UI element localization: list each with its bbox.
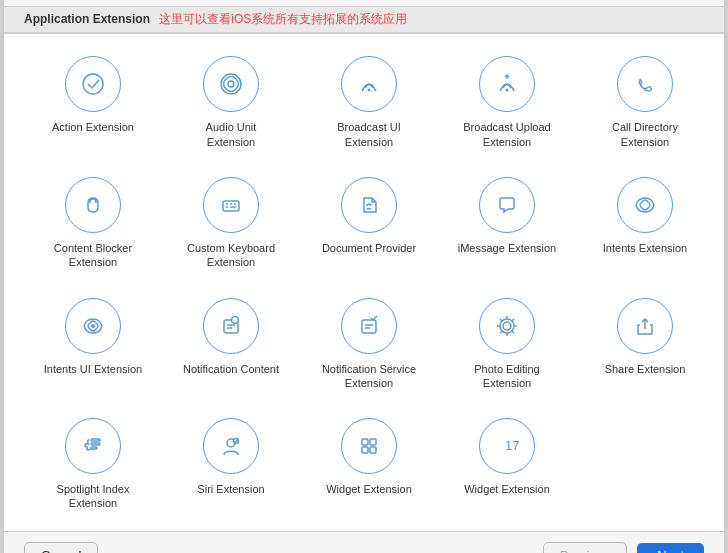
grid-item-widget-ext[interactable]: Widget Extension [300,406,438,521]
label-notif-service-ext: Notification Service Extension [319,362,419,391]
svg-line-27 [500,330,503,333]
svg-rect-30 [91,447,97,449]
icon-broadcast-upload2: 17 [479,418,535,474]
svg-point-0 [83,74,103,94]
icon-photo-editing-ext [479,298,535,354]
grid-item-siri-ext[interactable]: Siri Extension [162,406,300,521]
svg-rect-36 [362,447,368,453]
svg-rect-29 [91,443,100,445]
icon-content-blocker-ext [65,177,121,233]
chinese-note: 这里可以查看iOS系统所有支持拓展的系统应用 [159,12,407,26]
cancel-button[interactable]: Cancel [24,542,98,553]
svg-line-26 [512,319,515,322]
grid-item-keyboard-ext[interactable]: Custom Keyboard Extension [162,165,300,280]
icon-document-provider [341,177,397,233]
icon-share-ext [617,298,673,354]
previous-button[interactable]: Previous [543,542,628,553]
icon-keyboard-ext [203,177,259,233]
label-spotlight-ext: Spotlight Index Extension [43,482,143,511]
label-keyboard-ext: Custom Keyboard Extension [181,241,281,270]
svg-point-2 [228,81,234,87]
icon-action-ext [65,56,121,112]
grid-item-imessage-ext[interactable]: iMessage Extension [438,165,576,280]
svg-point-11 [91,324,95,328]
grid-item-action-ext[interactable]: Action Extension [24,44,162,159]
section-label: Application Extension [24,12,150,26]
label-imessage-ext: iMessage Extension [458,241,556,255]
svg-point-19 [503,322,511,330]
template-dialog: Choose a template for your new target: i… [4,0,724,553]
icon-spotlight-ext [65,418,121,474]
section-header: Application Extension 这里可以查看iOS系统所有支持拓展的… [4,6,724,33]
svg-rect-28 [91,439,100,441]
icon-broadcast-ui-ext [341,56,397,112]
extension-grid: Action Extension Audio Unit Extension [24,44,714,520]
grid-item-broadcast-upload-ext[interactable]: Broadcast Upload Extension [438,44,576,159]
label-broadcast-upload-ext: Broadcast Upload Extension [457,120,557,149]
label-intents-ext: Intents Extension [603,241,687,255]
label-share-ext: Share Extension [605,362,686,376]
svg-text:17: 17 [505,438,519,453]
icon-intents-ext [617,177,673,233]
grid-item-audio-unit-ext[interactable]: Audio Unit Extension [162,44,300,159]
grid-item-intents-ext[interactable]: Intents Extension [576,165,714,280]
grid-area: Action Extension Audio Unit Extension [4,33,724,531]
grid-item-notif-content[interactable]: Notification Content [162,286,300,401]
label-siri-ext: Siri Extension [197,482,264,496]
icon-widget-ext [341,418,397,474]
grid-item-notif-service-ext[interactable]: Notification Service Extension [300,286,438,401]
svg-rect-37 [370,447,376,453]
grid-item-content-blocker-ext[interactable]: Content Blocker Extension [24,165,162,280]
grid-item-call-directory-ext[interactable]: Call Directory Extension [576,44,714,159]
icon-call-directory-ext [617,56,673,112]
svg-line-25 [512,330,515,333]
dialog-footer: Cancel Previous Next [4,532,724,553]
label-document-provider: Document Provider [322,241,416,255]
svg-rect-5 [223,201,239,211]
grid-item-spotlight-ext[interactable]: Spotlight Index Extension [24,406,162,521]
label-photo-editing-ext: Photo Editing Extension [457,362,557,391]
icon-notif-content [203,298,259,354]
grid-item-share-ext[interactable]: Share Extension [576,286,714,401]
icon-audio-unit-ext [203,56,259,112]
icon-broadcast-upload-ext [479,56,535,112]
icon-siri-ext [203,418,259,474]
svg-line-24 [500,319,503,322]
svg-rect-35 [370,439,376,445]
icon-intents-ui-ext [65,298,121,354]
label-intents-ui-ext: Intents UI Extension [44,362,142,376]
label-notif-content: Notification Content [183,362,279,376]
label-widget-ext: Widget Extension [326,482,412,496]
icon-imessage-ext [479,177,535,233]
grid-item-photo-editing-ext[interactable]: Photo Editing Extension [438,286,576,401]
label-content-blocker-ext: Content Blocker Extension [43,241,143,270]
grid-item-document-provider[interactable]: Document Provider [300,165,438,280]
grid-item-broadcast-upload2[interactable]: 17 Widget Extension [438,406,576,521]
label-action-ext: Action Extension [52,120,134,134]
label-call-directory-ext: Call Directory Extension [595,120,695,149]
next-button[interactable]: Next [637,543,704,553]
grid-item-intents-ui-ext[interactable]: Intents UI Extension [24,286,162,401]
icon-notif-service-ext [341,298,397,354]
svg-rect-17 [362,320,376,333]
svg-point-4 [506,89,509,92]
svg-rect-34 [362,439,368,445]
label-broadcast-ui-ext: Broadcast UI Extension [319,120,419,149]
label-audio-unit-ext: Audio Unit Extension [181,120,281,149]
label-broadcast-upload2: Widget Extension [464,482,550,496]
grid-item-broadcast-ui-ext[interactable]: Broadcast UI Extension [300,44,438,159]
svg-point-3 [368,89,371,92]
